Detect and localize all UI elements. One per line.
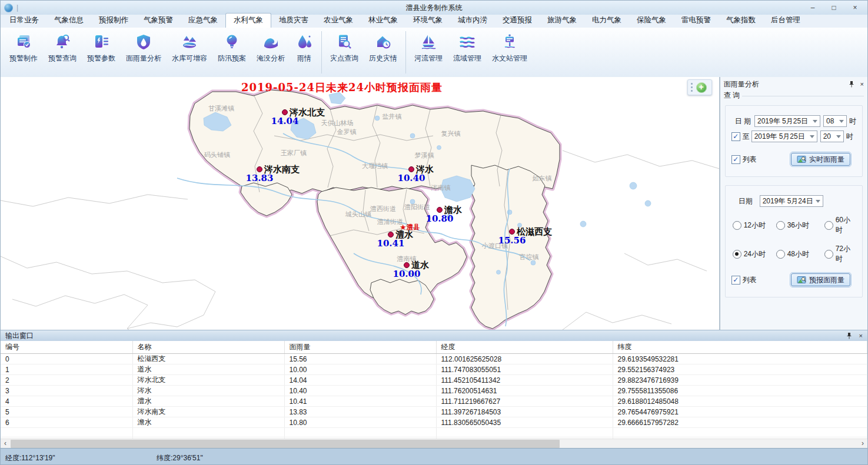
tool-warn-params[interactable]: 预警参数 (82, 28, 121, 63)
menu-tab-12[interactable]: 交通预报 (495, 14, 540, 28)
tool-reservoir[interactable]: 水库可增容 (167, 28, 212, 63)
house-clock-icon (374, 33, 392, 51)
menu-tab-11[interactable]: 城市内涝 (450, 14, 495, 28)
tool-droplets[interactable]: 雨情 (290, 28, 318, 63)
realtime-rain-button[interactable]: 实时面雨量 (791, 153, 850, 166)
radio-48小时[interactable]: 48小时 (776, 244, 824, 264)
scroll-left-arrow[interactable]: ‹ (1, 439, 10, 449)
tool-label: 雨情 (297, 53, 311, 63)
wave-icon (262, 33, 280, 51)
tool-label: 水库可增容 (172, 53, 207, 63)
radio-label: 12小时 (744, 220, 766, 230)
radio-72小时[interactable]: 72小时 (824, 244, 855, 264)
output-window-header: 输出窗口 × (1, 330, 867, 341)
town-label: 梦溪镇 (415, 152, 434, 159)
column-header[interactable]: 编号 (1, 341, 132, 354)
tool-label: 灾点查询 (330, 53, 358, 63)
tool-waves[interactable]: 流域管理 (448, 28, 487, 63)
menu-tab-5[interactable]: 应急气象 (181, 14, 225, 28)
menu-tab-15[interactable]: 保险气象 (629, 14, 674, 28)
to-label: 至 (743, 132, 750, 142)
forecast-date-value: 2019年 5月24日 (763, 196, 813, 206)
radio-label: 48小时 (787, 249, 809, 259)
forecast-list-checkbox[interactable]: ✓ (731, 276, 740, 285)
menu-tab-13[interactable]: 旅游气象 (540, 14, 584, 28)
forecast-date-select[interactable]: 2019年 5月24日 (760, 195, 823, 207)
column-header[interactable]: 经度 (436, 341, 613, 354)
table-row[interactable]: 5涔水南支13.83111.39726718450329.76544769759… (1, 407, 867, 417)
radio-36小时[interactable]: 36小时 (776, 215, 824, 235)
station-dot[interactable] (388, 232, 394, 237)
table-cell: 5 (1, 407, 132, 417)
tool-bulb[interactable]: 防汛预案 (212, 28, 251, 63)
station-dot[interactable] (282, 110, 288, 115)
map-zoom-panel: + (687, 79, 712, 95)
tool-wave[interactable]: 淹没分析 (251, 28, 290, 63)
radio-24小时[interactable]: 24小时 (733, 244, 776, 264)
station-dot[interactable] (404, 263, 410, 268)
table-row[interactable]: 1道水10.00111.74708305505129.552156374923 (1, 364, 867, 375)
horizontal-scrollbar[interactable]: ‹ › (1, 439, 867, 449)
station-dot[interactable] (437, 208, 443, 213)
close-button[interactable]: × (851, 4, 859, 12)
menu-tab-9[interactable]: 林业气象 (361, 14, 405, 28)
pin-icon[interactable] (849, 81, 854, 88)
menu-tab-1[interactable]: 日常业务 (2, 14, 46, 28)
pin-icon[interactable] (846, 333, 852, 339)
radio-12小时[interactable]: 12小时 (733, 215, 776, 235)
table-cell: 澧水 (132, 396, 284, 407)
station-dot[interactable] (409, 167, 414, 172)
tool-warn-doc[interactable]: 预警制作 (4, 28, 43, 63)
minimize-button[interactable]: – (809, 4, 817, 12)
end-hour-select[interactable]: 20 (820, 131, 844, 142)
column-header[interactable]: 面雨量 (284, 341, 436, 354)
tool-bell-search[interactable]: 预警查询 (43, 28, 82, 63)
start-date-select[interactable]: 2019年 5月25日 (754, 115, 820, 127)
menu-tab-10[interactable]: 环境气象 (405, 14, 450, 28)
table-row[interactable]: 6澹水10.80111.83056505043529.6666157957282 (1, 417, 867, 428)
start-hour-value: 08 (826, 117, 834, 125)
radio-60小时[interactable]: 60小时 (824, 215, 855, 235)
menu-tab-4[interactable]: 气象预警 (136, 14, 181, 28)
column-header[interactable]: 纬度 (613, 341, 867, 354)
start-hour-select[interactable]: 08 (823, 115, 847, 127)
to-checkbox[interactable]: ✓ (731, 132, 740, 141)
table-row[interactable]: 0松滋西支15.56112.00162562502829.61935495322… (1, 354, 867, 364)
tool-rain-shield[interactable]: 面雨量分析 (121, 28, 167, 63)
station-dot[interactable] (257, 167, 262, 172)
tool-sailboat[interactable]: 河流管理 (409, 28, 448, 63)
menu-tab-7[interactable]: 地质灾害 (271, 14, 316, 28)
table-cell: 29.8823476716939 (613, 375, 867, 386)
menu-tab-2[interactable]: 气象信息 (46, 14, 91, 28)
tool-house-clock[interactable]: 历史灾情 (364, 28, 403, 63)
table-row[interactable]: 3涔水10.40111.7620051463129.7555811355086 (1, 386, 867, 396)
window-title: 澧县业务制作系统 (1, 3, 867, 13)
menu-tab-17[interactable]: 气象指数 (719, 14, 763, 28)
zoom-in-button[interactable]: + (696, 82, 707, 93)
menu-tab-18[interactable]: 后台管理 (763, 14, 808, 28)
menu-tab-8[interactable]: 农业气象 (316, 14, 361, 28)
realtime-list-label: 列表 (743, 155, 757, 165)
end-date-select[interactable]: 2019年 5月25日 (751, 131, 817, 142)
table-row[interactable]: 2涔水北支14.04111.45210541134229.88234767169… (1, 375, 867, 386)
tool-hydro-station[interactable]: 水文站管理 (487, 28, 533, 63)
scroll-right-arrow[interactable]: › (858, 439, 867, 449)
forecast-rain-button[interactable]: 预报面雨量 (791, 273, 850, 286)
output-close-icon[interactable]: × (859, 333, 863, 339)
panel-close-icon[interactable]: × (860, 81, 864, 88)
maximize-button[interactable]: □ (830, 4, 838, 12)
town-label: 盐井镇 (383, 113, 402, 121)
table-row[interactable]: 4澧水10.41111.71121966762729.6188012485048 (1, 396, 867, 407)
tool-doc-search[interactable]: 灾点查询 (325, 28, 364, 63)
menu-tab-16[interactable]: 雷电预警 (674, 14, 719, 28)
station-dot[interactable] (510, 229, 515, 235)
table-cell: 10.40 (284, 386, 436, 396)
menu-tab-14[interactable]: 电力气象 (584, 14, 629, 28)
menu-tab-6[interactable]: 水利气象 (225, 13, 271, 28)
menu-tab-3[interactable]: 预报制作 (91, 14, 136, 28)
scrollbar-thumb[interactable] (11, 440, 560, 448)
map-canvas[interactable]: 甘溪滩镇天供山林场金罗镇盐井镇复兴镇码头铺镇王家厂镇大堰垱镇梦溪镇涔南镇如东镇城… (1, 77, 720, 330)
realtime-list-checkbox[interactable]: ✓ (731, 155, 740, 164)
rain-shield-icon (135, 33, 152, 51)
column-header[interactable]: 名称 (132, 341, 284, 354)
